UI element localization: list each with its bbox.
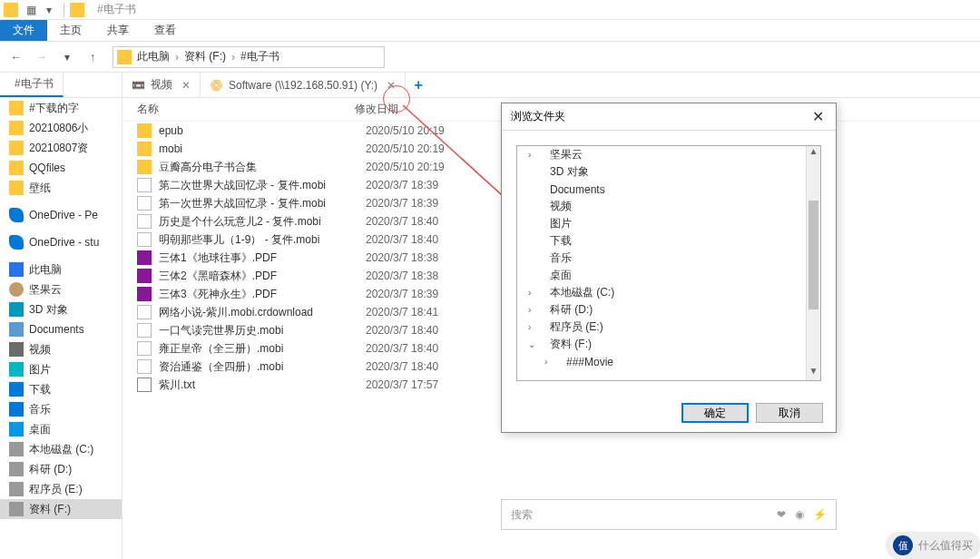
folder-tree-item[interactable]: 音乐 — [517, 250, 820, 267]
scroll-down-icon[interactable]: ▼ — [807, 366, 820, 380]
tree-item[interactable]: 桌面 — [0, 419, 122, 439]
drive-icon — [9, 502, 24, 516]
drive-icon — [9, 482, 24, 496]
tree-item[interactable]: #下载的字 — [0, 98, 122, 118]
pic-icon — [9, 362, 24, 377]
col-name[interactable]: 名称 — [137, 102, 355, 117]
folder-tree-item[interactable]: 桌面 — [517, 267, 820, 284]
recent-dropdown[interactable]: ▾ — [56, 46, 78, 68]
new-tab-button[interactable]: + — [406, 73, 431, 97]
ok-button[interactable]: 确定 — [681, 403, 749, 423]
expand-icon[interactable]: › — [528, 322, 539, 332]
bolt-icon[interactable]: ⚡ — [813, 508, 827, 521]
close-icon[interactable]: ✕ — [387, 79, 396, 92]
ribbon-view[interactable]: 查看 — [142, 20, 189, 41]
tree-item[interactable]: 科研 (D:) — [0, 459, 122, 479]
expand-icon[interactable]: › — [528, 288, 539, 298]
forward-button[interactable]: → — [31, 46, 53, 68]
tree-item[interactable]: OneDrive - stu — [0, 232, 122, 252]
folder-icon — [9, 141, 24, 155]
file-icon — [137, 341, 152, 356]
folder-icon — [9, 161, 24, 175]
pdf-icon — [137, 287, 152, 301]
tree-item[interactable]: 资料 (F:) — [0, 499, 122, 519]
address-bar[interactable]: 此电脑›资料 (F:)›#电子书 — [113, 46, 385, 68]
tree-item[interactable]: 音乐 — [0, 399, 122, 419]
heart-icon[interactable]: ❤ — [777, 508, 786, 521]
file-icon — [137, 214, 152, 229]
file-icon — [137, 305, 152, 319]
folder-tree-item[interactable]: ›坚果云 — [517, 146, 820, 163]
close-icon[interactable]: ✕ — [808, 108, 827, 125]
folder-icon — [137, 123, 152, 138]
search-box[interactable]: 搜索 ❤ ◉ ⚡ — [501, 499, 837, 530]
folder-tree-item[interactable]: Documents — [517, 181, 820, 198]
folder-tree-item[interactable]: ›###Movie — [517, 353, 820, 370]
folder-icon — [70, 3, 84, 17]
ribbon-share[interactable]: 共享 — [94, 20, 142, 41]
folder-icon — [137, 160, 152, 174]
expand-icon[interactable]: › — [544, 357, 555, 367]
folder-tree-item[interactable]: 3D 对象 — [517, 163, 820, 181]
expand-icon[interactable]: › — [528, 150, 539, 160]
crumb[interactable]: 此电脑 — [137, 49, 170, 64]
tree-item[interactable]: Documents — [0, 319, 122, 339]
tree-item[interactable]: 本地磁盘 (C:) — [0, 439, 122, 459]
col-date[interactable]: 修改日期 — [355, 102, 398, 117]
tree-item[interactable]: 壁纸 — [0, 178, 122, 198]
crumb[interactable]: #电子书 — [240, 49, 279, 64]
folder-icon — [9, 101, 24, 115]
ribbon-file[interactable]: 文件 — [0, 20, 47, 41]
scroll-thumb[interactable] — [808, 201, 818, 309]
cancel-button[interactable]: 取消 — [756, 403, 823, 423]
file-icon — [137, 323, 152, 338]
folder-tree-item[interactable]: 视频 — [517, 198, 820, 215]
tree-item[interactable]: 20210807资 — [0, 138, 122, 158]
folder-tree-item[interactable]: 下载 — [517, 232, 820, 250]
disc-icon[interactable]: ◉ — [795, 508, 804, 521]
qat-btn[interactable]: ▾ — [43, 4, 55, 16]
onedrive-icon — [9, 208, 24, 222]
tree-item[interactable]: 坚果云 — [0, 280, 122, 299]
scrollbar[interactable]: ▲ ▼ — [806, 146, 820, 380]
expand-icon[interactable]: › — [528, 305, 539, 315]
tree-item[interactable]: OneDrive - Pe — [0, 205, 122, 225]
pdf-icon — [137, 269, 152, 283]
back-button[interactable]: ← — [5, 46, 27, 68]
folder-tree-item[interactable]: ›本地磁盘 (C:) — [517, 284, 820, 301]
file-tab[interactable]: 📼视频✕ — [122, 73, 201, 97]
folder-tree-item[interactable]: 图片 — [517, 215, 820, 232]
close-icon[interactable]: ✕ — [181, 79, 191, 92]
file-tab[interactable]: 📀Software (\\192.168.50.91) (Y:)✕ — [201, 73, 406, 97]
obj-icon — [9, 302, 24, 317]
folder-tree-item[interactable]: ⌄资料 (F:) — [517, 336, 820, 353]
file-icon — [137, 359, 152, 374]
tree-item[interactable]: QQfiles — [0, 158, 122, 178]
folder-tree-item[interactable]: ›程序员 (E:) — [517, 319, 820, 336]
file-icon — [137, 178, 152, 192]
folder-tree-item[interactable]: ›科研 (D:) — [517, 301, 820, 319]
qat-btn[interactable]: ▦ — [24, 4, 37, 16]
dialog-title: 浏览文件夹 — [511, 109, 565, 124]
tree-item[interactable]: 图片 — [0, 359, 122, 379]
expand-icon[interactable]: ⌄ — [528, 339, 539, 349]
tree-item[interactable]: 3D 对象 — [0, 299, 122, 319]
folder-tree[interactable]: ›坚果云3D 对象Documents视频图片下载音乐桌面›本地磁盘 (C:)›科… — [516, 145, 821, 381]
tree-item[interactable]: 程序员 (E:) — [0, 479, 122, 499]
up-button[interactable]: ↑ — [82, 46, 103, 68]
crumb[interactable]: 资料 (F:) — [184, 49, 226, 64]
tree-item[interactable]: 下载 — [0, 379, 122, 399]
tree-item[interactable]: 此电脑 — [0, 260, 122, 280]
drive-icon — [9, 462, 24, 476]
desk-icon — [9, 422, 24, 436]
tree-item[interactable]: 视频 — [0, 339, 122, 359]
app-icon — [4, 3, 18, 17]
nav-bar: ← → ▾ ↑ 此电脑›资料 (F:)›#电子书 — [0, 42, 980, 73]
nav-tree[interactable]: #电子书 #下载的字20210806小20210807资QQfiles壁纸One… — [0, 73, 122, 559]
scroll-up-icon[interactable]: ▲ — [807, 146, 820, 161]
tree-tab[interactable]: #电子书 — [0, 73, 64, 97]
tree-item[interactable]: 20210806小 — [0, 118, 122, 138]
folder-icon — [117, 50, 132, 64]
ribbon-home[interactable]: 主页 — [47, 20, 94, 41]
pdf-icon — [137, 250, 152, 265]
